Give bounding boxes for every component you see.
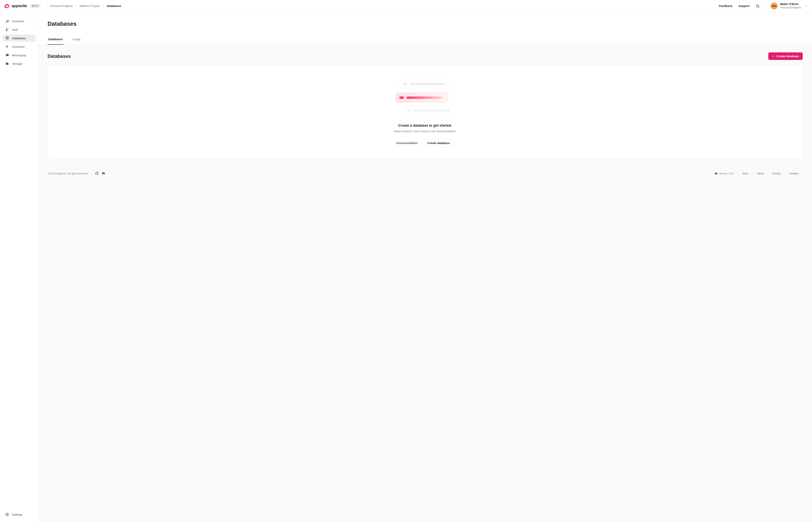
account-org: Personal Projects xyxy=(780,6,801,9)
svg-rect-2 xyxy=(6,21,6,22)
tab-usage[interactable]: Usage xyxy=(72,38,81,45)
breadcrumb-current[interactable]: Databases xyxy=(107,4,121,7)
version-text: Version 1.6.0 xyxy=(719,172,734,175)
sidebar-item-label: Overview xyxy=(12,20,24,23)
plus-icon xyxy=(772,55,774,57)
breadcrumb-sep: / xyxy=(103,4,104,7)
github-icon[interactable] xyxy=(95,172,98,175)
sidebar-item-messaging[interactable]: Messaging xyxy=(3,52,35,59)
sidebar-item-overview[interactable]: Overview xyxy=(3,17,35,25)
avatar: WO xyxy=(771,2,777,9)
account-menu[interactable]: WO Walter O'Brien Personal Projects xyxy=(771,2,807,9)
sidebar-item-databases[interactable]: Databases xyxy=(3,35,35,42)
empty-state-title: Create a database to get started. xyxy=(398,123,452,127)
svg-point-6 xyxy=(8,28,8,29)
footer-link-privacy[interactable]: Privacy xyxy=(772,172,781,175)
gear-icon xyxy=(5,513,9,516)
svg-point-7 xyxy=(6,37,8,38)
create-database-button[interactable]: Create database xyxy=(768,53,803,60)
main-content: Databases Databases Usage Databases Crea… xyxy=(38,12,812,522)
page-title: Databases xyxy=(47,20,803,27)
messaging-icon xyxy=(5,53,9,57)
breadcrumb-sep: / xyxy=(76,4,77,7)
sidebar-item-label: Functions xyxy=(12,45,24,48)
svg-line-1 xyxy=(758,6,759,7)
svg-rect-16 xyxy=(407,97,443,99)
cloud-icon xyxy=(714,172,718,175)
svg-point-0 xyxy=(756,5,759,7)
sidebar-item-label: Messaging xyxy=(12,54,26,57)
top-header: appwrite BETA / Personal Projects / Walt… xyxy=(0,0,812,12)
search-icon[interactable] xyxy=(756,4,759,8)
feedback-link[interactable]: Feedback xyxy=(719,4,732,7)
breadcrumb-sep: / xyxy=(46,4,47,7)
breadcrumb: / Personal Projects / Walter's Project /… xyxy=(46,4,121,7)
svg-point-8 xyxy=(7,514,8,515)
footer: © 2024 Appwrite. All rights reserved. Ve… xyxy=(47,167,803,175)
svg-rect-12 xyxy=(403,83,407,85)
breadcrumb-org[interactable]: Personal Projects xyxy=(50,4,73,7)
copyright-text: © 2024 Appwrite. All rights reserved. xyxy=(47,172,88,175)
footer-divider xyxy=(92,172,92,175)
svg-rect-3 xyxy=(7,20,7,22)
sidebar-item-label: Auth xyxy=(12,28,18,31)
create-database-secondary-button[interactable]: Create database xyxy=(423,139,454,147)
support-link[interactable]: Support xyxy=(738,4,750,7)
sidebar-item-settings[interactable]: Settings xyxy=(3,511,35,518)
appwrite-logo-icon xyxy=(5,4,10,8)
documentation-link[interactable]: Documentation xyxy=(396,141,418,145)
svg-rect-19 xyxy=(413,109,450,112)
sidebar-item-functions[interactable]: Functions xyxy=(3,43,35,50)
storage-icon xyxy=(5,62,9,65)
brand[interactable]: appwrite xyxy=(5,4,27,8)
svg-rect-4 xyxy=(8,20,8,22)
breadcrumb-project[interactable]: Walter's Project xyxy=(80,4,100,7)
beta-badge: BETA xyxy=(30,4,41,8)
functions-icon xyxy=(5,45,9,48)
svg-rect-15 xyxy=(399,97,404,99)
tabs: Databases Usage xyxy=(38,38,812,45)
svg-rect-13 xyxy=(410,83,445,85)
empty-state-card: Create a database to get started. Need a… xyxy=(47,65,803,158)
sidebar-item-label: Databases xyxy=(12,37,26,40)
account-text: Walter O'Brien Personal Projects xyxy=(780,2,801,9)
empty-state-illustration xyxy=(392,77,458,118)
sidebar: Overview Auth Databases Functions Messag… xyxy=(0,12,38,522)
sidebar-item-auth[interactable]: Auth xyxy=(3,26,35,33)
svg-point-5 xyxy=(6,28,7,29)
sidebar-item-label: Storage xyxy=(12,62,22,65)
brand-name: appwrite xyxy=(12,4,27,8)
footer-link-terms[interactable]: Terms xyxy=(757,172,764,175)
sidebar-item-storage[interactable]: Storage xyxy=(3,60,35,67)
auth-icon xyxy=(5,28,9,31)
databases-icon xyxy=(5,36,9,40)
discord-icon[interactable] xyxy=(102,172,105,175)
footer-link-cookies[interactable]: Cookies xyxy=(789,172,798,175)
svg-rect-18 xyxy=(407,109,411,112)
account-name: Walter O'Brien xyxy=(780,2,801,6)
section-title: Databases xyxy=(47,54,71,59)
footer-link-docs[interactable]: Docs xyxy=(743,172,748,175)
overview-icon xyxy=(5,19,9,23)
chevron-down-icon xyxy=(805,5,807,7)
empty-state-subtitle: Need a hand? Learn more in our documenta… xyxy=(394,129,456,133)
tab-databases[interactable]: Databases xyxy=(47,38,64,45)
create-database-button-label: Create database xyxy=(776,55,799,58)
sidebar-item-label: Settings xyxy=(12,513,22,516)
